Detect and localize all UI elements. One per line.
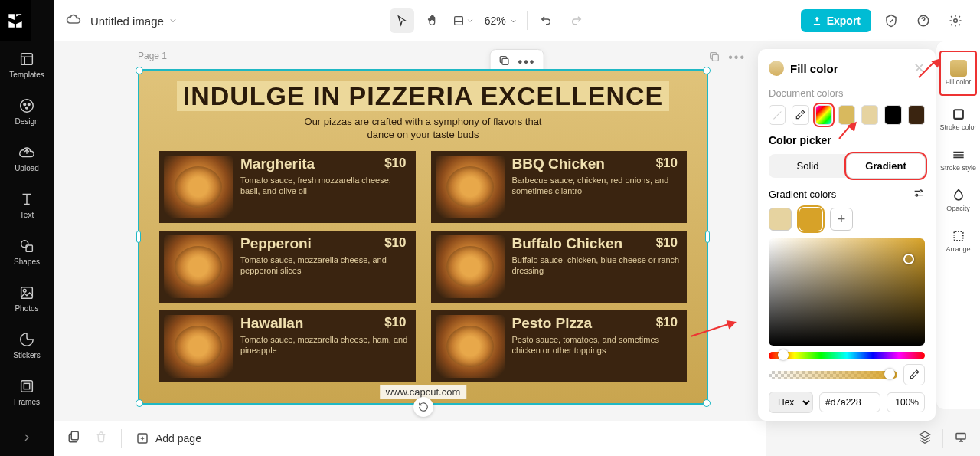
property-rail: Fill color Stroke color Stroke style Opa… [936,41,980,409]
opacity-input[interactable] [887,392,925,412]
svg-rect-16 [71,431,78,440]
pizza-image [436,235,505,298]
svg-rect-3 [21,54,33,65]
menu-grid: Margherita$10Tomato sauce, fresh mozzare… [147,151,699,382]
svg-point-11 [23,289,26,292]
document-title[interactable]: Untitled image [90,15,178,28]
swatch-none[interactable] [769,105,786,125]
sidebar-item-design[interactable]: Design [0,88,54,135]
select-tool[interactable] [390,8,414,33]
gradient-settings-button[interactable] [913,187,925,202]
sidebar-item-upload[interactable]: Upload [0,135,54,182]
layers-button[interactable] [918,430,932,447]
settings-icon[interactable] [943,8,968,33]
color-picker-label: Color picker [769,134,925,146]
delete-page-button[interactable] [95,431,107,446]
expand-sidebar-button[interactable] [0,431,54,444]
menu-item: Margherita$10Tomato sauce, fresh mozzare… [159,151,416,223]
page-more-button[interactable]: ••• [728,51,746,66]
svg-rect-20 [954,231,963,241]
pizza-image [164,156,233,218]
undo-button[interactable] [534,8,558,33]
cloud-sync-icon[interactable] [66,11,81,30]
hex-input[interactable] [819,392,880,412]
hue-slider[interactable] [769,352,925,359]
sidebar-item-shapes[interactable]: Shapes [0,228,54,275]
picker-mode-tabs: Solid Gradient [769,154,925,178]
prop-opacity[interactable]: Opacity [936,180,980,221]
duplicate-page-button[interactable] [708,51,720,66]
redo-button[interactable] [564,8,589,33]
doc-colors-label: Document colors [769,87,925,99]
color-mode-select[interactable]: Hex [769,392,813,413]
alpha-slider[interactable] [769,371,897,379]
crop-tool[interactable] [451,8,475,33]
gradient-stop[interactable] [769,208,792,231]
add-page-button[interactable]: Add page [136,431,201,445]
more-options-button[interactable]: ••• [518,55,536,69]
prop-stroke-color[interactable]: Stroke color [936,99,980,139]
tab-solid[interactable]: Solid [769,154,847,178]
sidebar-item-photos[interactable]: Photos [0,275,54,322]
help-icon[interactable] [911,8,936,33]
panel-title: Fill color [790,62,907,75]
present-button[interactable] [954,430,968,447]
pizza-image [164,315,233,378]
chevron-down-icon [168,16,178,25]
svg-point-22 [916,194,918,196]
app-logo[interactable] [0,0,31,41]
pizza-image [164,235,233,298]
pizza-image [436,315,505,378]
canvas-selection[interactable]: INDULGE IN PIZZERIA EXCELLENCE Our pizza… [138,69,708,405]
swatch-eyedropper[interactable] [792,105,808,125]
svg-point-8 [21,241,28,248]
svg-rect-14 [502,58,508,64]
export-button[interactable]: Export [801,9,871,32]
duplicate-button[interactable] [498,54,511,70]
close-panel-button[interactable]: ✕ [913,60,925,77]
bottom-bar: Add page [54,421,766,456]
svg-point-4 [21,100,34,113]
doc-color-swatch[interactable] [884,105,901,125]
svg-rect-13 [24,383,29,389]
menu-item: Buffalo Chicken$10Buffalo sauce, chicken… [431,231,688,303]
pizza-image [436,156,505,218]
svg-rect-18 [956,434,965,440]
svg-point-6 [28,103,30,106]
zoom-level[interactable]: 62% [482,15,521,27]
sidebar-item-templates[interactable]: Templates [0,41,54,88]
export-icon [812,15,822,26]
swatch-custom-color[interactable] [815,105,832,125]
eyedropper-button[interactable] [903,364,925,385]
doc-color-swatch[interactable] [861,105,878,125]
svg-rect-10 [21,287,33,299]
svg-point-5 [24,103,26,106]
sidebar-item-frames[interactable]: Frames [0,369,54,415]
saturation-picker[interactable] [769,238,925,346]
svg-point-7 [26,107,28,109]
doc-color-swatch[interactable] [908,105,925,125]
rotate-handle[interactable] [413,397,433,417]
prop-arrange[interactable]: Arrange [936,221,980,261]
page-label: Page 1 [138,51,167,61]
hand-tool[interactable] [420,8,445,33]
menu-item: BBQ Chicken$10Barbecue sauce, chicken, r… [431,151,688,223]
menu-item: Hawaiian$10Tomato sauce, mozzarella chee… [159,310,416,382]
pages-panel-button[interactable] [67,430,81,447]
menu-item: Pepperoni$10Tomato sauce, mozzarella che… [159,231,416,303]
svg-rect-12 [21,381,33,392]
sidebar-item-text[interactable]: Text [0,182,54,228]
left-sidebar: Templates Design Upload Text Shapes Phot… [0,0,54,456]
prop-stroke-style[interactable]: Stroke style [936,139,980,180]
gradient-stop[interactable] [799,208,822,231]
svg-point-2 [954,19,958,23]
tab-gradient[interactable]: Gradient [847,154,925,178]
fill-color-panel: Fill color ✕ Document colors Color picke… [758,49,936,421]
gradient-colors-label: Gradient colors [769,189,836,200]
menu-headline: INDULGE IN PIZZERIA EXCELLENCE [177,81,670,111]
svg-rect-0 [454,17,462,25]
add-gradient-stop-button[interactable]: + [830,208,853,231]
shield-icon[interactable] [879,8,903,33]
sidebar-item-stickers[interactable]: Stickers [0,322,54,369]
chevron-down-icon [509,17,518,25]
